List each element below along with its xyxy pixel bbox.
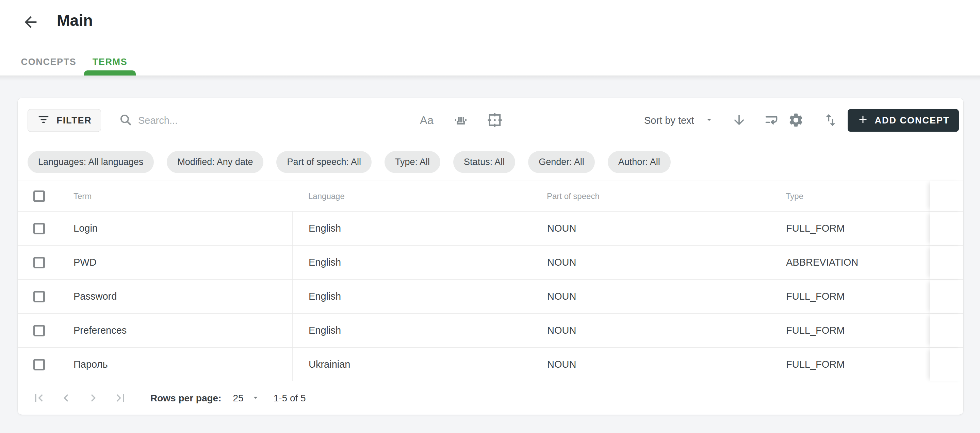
part-of-speech-cell: NOUN bbox=[531, 246, 770, 279]
add-concept-label: ADD CONCEPT bbox=[875, 115, 950, 126]
filter-button-label: FILTER bbox=[56, 115, 92, 126]
chip-author[interactable]: Author: All bbox=[608, 151, 671, 173]
caret-down-icon bbox=[251, 393, 260, 403]
term-cell: PWD bbox=[73, 257, 97, 268]
term-cell: Login bbox=[73, 223, 98, 234]
first-page-button[interactable] bbox=[30, 390, 47, 406]
barcode-button[interactable] bbox=[450, 109, 472, 131]
terms-table: Term Language Part of speech Type Login … bbox=[18, 181, 963, 381]
sort-label: Sort by text bbox=[644, 115, 694, 126]
row-checkbox[interactable] bbox=[33, 291, 45, 302]
select-all-checkbox[interactable] bbox=[33, 190, 45, 202]
table-row[interactable]: Пароль Ukrainian NOUN FULL_FORM bbox=[18, 347, 963, 381]
first-page-icon bbox=[31, 390, 46, 406]
table-row[interactable]: Password English NOUN FULL_FORM bbox=[18, 279, 963, 313]
column-header-type: Type bbox=[770, 181, 930, 211]
term-cell: Пароль bbox=[73, 359, 108, 370]
rows-per-page-label: Rows per page: bbox=[150, 393, 221, 404]
next-page-button[interactable] bbox=[85, 390, 102, 406]
chip-part-of-speech[interactable]: Part of speech: All bbox=[276, 151, 372, 173]
page-title: Main bbox=[57, 11, 93, 30]
table-header-row: Term Language Part of speech Type bbox=[18, 181, 963, 211]
import-export-button[interactable] bbox=[820, 109, 842, 131]
header-term-cell: Term bbox=[18, 181, 292, 211]
term-cell: Preferences bbox=[73, 325, 127, 336]
match-case-button[interactable]: Aa bbox=[416, 109, 438, 131]
row-checkbox[interactable] bbox=[33, 325, 45, 336]
chip-gender[interactable]: Gender: All bbox=[528, 151, 595, 173]
rows-per-page-select[interactable]: 25 bbox=[233, 393, 259, 404]
page-background: FILTER Aa bbox=[0, 76, 980, 433]
sort-direction-button[interactable] bbox=[728, 109, 750, 131]
focus-frame-button[interactable] bbox=[484, 109, 506, 131]
filter-chips-row: Languages: All languages Modified: Any d… bbox=[18, 143, 963, 181]
settings-button[interactable] bbox=[785, 109, 807, 131]
row-checkbox[interactable] bbox=[33, 359, 45, 370]
terms-card: FILTER Aa bbox=[18, 98, 964, 415]
row-checkbox[interactable] bbox=[33, 257, 45, 268]
language-cell: Ukrainian bbox=[292, 347, 531, 381]
table-row[interactable]: Login English NOUN FULL_FORM bbox=[18, 211, 963, 245]
focus-frame-icon bbox=[486, 111, 504, 130]
chevron-right-icon bbox=[86, 390, 101, 406]
term-cell: Password bbox=[73, 291, 117, 302]
pagination-bar: Rows per page: 25 1-5 of 5 bbox=[18, 381, 963, 415]
last-page-button[interactable] bbox=[112, 390, 129, 406]
search-input[interactable] bbox=[138, 115, 376, 126]
match-case-icon: Aa bbox=[420, 114, 434, 127]
part-of-speech-cell: NOUN bbox=[531, 212, 770, 245]
table-gutter bbox=[930, 347, 963, 381]
part-of-speech-cell: NOUN bbox=[531, 347, 770, 381]
tab-bar: CONCEPTS TERMS bbox=[0, 48, 980, 76]
type-cell: ABBREVIATION bbox=[770, 246, 930, 279]
chip-type[interactable]: Type: All bbox=[385, 151, 440, 173]
search-option-icons: Aa bbox=[416, 109, 506, 131]
pagination-range: 1-5 of 5 bbox=[274, 393, 306, 404]
table-row[interactable]: Preferences English NOUN FULL_FORM bbox=[18, 313, 963, 347]
add-concept-button[interactable]: ADD CONCEPT bbox=[848, 109, 959, 132]
table-gutter bbox=[930, 212, 963, 245]
row-checkbox[interactable] bbox=[33, 223, 45, 234]
filter-icon bbox=[37, 113, 50, 128]
rows-per-page-value: 25 bbox=[233, 393, 243, 404]
active-tab-indicator bbox=[84, 70, 136, 76]
type-cell: FULL_FORM bbox=[770, 314, 930, 347]
caret-down-icon bbox=[705, 115, 714, 126]
tab-terms-label: TERMS bbox=[92, 57, 127, 67]
import-export-icon bbox=[823, 112, 838, 129]
chip-modified[interactable]: Modified: Any date bbox=[167, 151, 263, 173]
search-icon bbox=[118, 113, 133, 128]
tab-concepts[interactable]: CONCEPTS bbox=[21, 48, 76, 76]
table-gutter bbox=[930, 314, 963, 347]
gear-icon bbox=[788, 112, 804, 129]
table-gutter bbox=[930, 181, 963, 211]
wrap-text-icon bbox=[764, 112, 779, 129]
tab-concepts-label: CONCEPTS bbox=[21, 57, 76, 67]
language-cell: English bbox=[292, 212, 531, 245]
previous-page-button[interactable] bbox=[58, 390, 74, 406]
chip-languages[interactable]: Languages: All languages bbox=[27, 151, 154, 173]
table-gutter bbox=[930, 279, 963, 313]
column-header-part-of-speech: Part of speech bbox=[531, 181, 770, 211]
chevron-left-icon bbox=[59, 390, 73, 406]
back-arrow-icon bbox=[22, 13, 40, 32]
language-cell: English bbox=[292, 246, 531, 279]
chip-status[interactable]: Status: All bbox=[453, 151, 515, 173]
part-of-speech-cell: NOUN bbox=[531, 279, 770, 313]
part-of-speech-cell: NOUN bbox=[531, 314, 770, 347]
wrap-text-button[interactable] bbox=[760, 109, 782, 131]
table-row[interactable]: PWD English NOUN ABBREVIATION bbox=[18, 245, 963, 279]
last-page-icon bbox=[113, 390, 128, 406]
back-button[interactable] bbox=[20, 11, 41, 33]
search-area bbox=[118, 113, 376, 128]
language-cell: English bbox=[292, 314, 531, 347]
type-cell: FULL_FORM bbox=[770, 212, 930, 245]
filter-button[interactable]: FILTER bbox=[27, 109, 101, 132]
table-gutter bbox=[930, 246, 963, 279]
toolbar: FILTER Aa bbox=[18, 98, 963, 143]
plus-icon bbox=[857, 113, 869, 128]
type-cell: FULL_FORM bbox=[770, 347, 930, 381]
app-header: Main CONCEPTS TERMS bbox=[0, 0, 980, 76]
sort-control[interactable]: Sort by text bbox=[644, 109, 750, 131]
type-cell: FULL_FORM bbox=[770, 279, 930, 313]
